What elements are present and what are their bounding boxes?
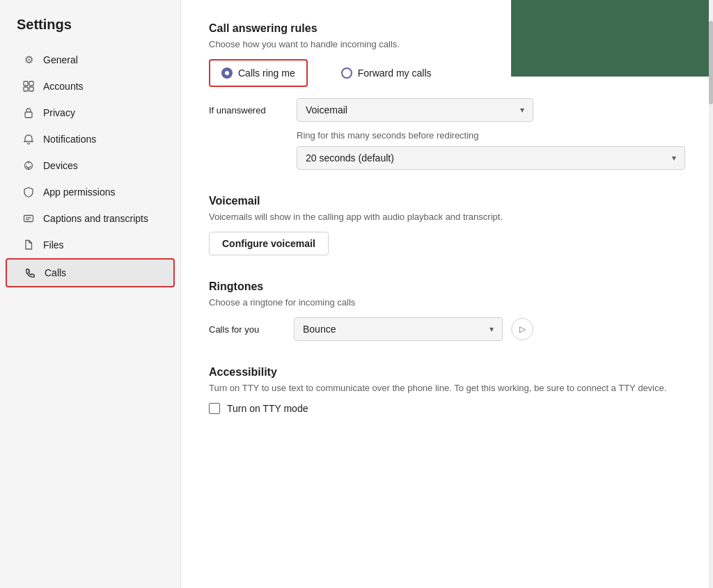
ringtones-title: Ringtones bbox=[209, 280, 685, 293]
radio-label-forward: Forward my calls bbox=[358, 67, 432, 79]
call-answering-radio-group: Calls ring me Forward my calls bbox=[209, 59, 685, 87]
svg-rect-2 bbox=[24, 87, 28, 91]
accessibility-desc: Turn on TTY to use text to communicate o… bbox=[209, 383, 685, 393]
if-unanswered-dropdown[interactable]: Voicemail ▾ bbox=[297, 98, 533, 122]
ring-seconds-label: Ring for this many seconds before redire… bbox=[297, 130, 685, 141]
general-icon: ⚙ bbox=[22, 54, 35, 66]
play-ringtone-button[interactable]: ▷ bbox=[511, 318, 533, 340]
sidebar-item-app-permissions[interactable]: App permissions bbox=[6, 179, 175, 205]
call-answering-rules-section: Call answering rules Choose how you want… bbox=[209, 22, 685, 170]
call-answering-rules-title: Call answering rules bbox=[209, 22, 685, 35]
accounts-icon bbox=[22, 80, 35, 93]
scrollbar-thumb[interactable] bbox=[709, 21, 713, 104]
devices-icon bbox=[22, 159, 35, 172]
radio-calls-ring-me[interactable]: Calls ring me bbox=[209, 59, 308, 87]
files-icon bbox=[22, 239, 35, 251]
svg-rect-3 bbox=[29, 87, 33, 91]
privacy-icon bbox=[22, 106, 35, 119]
sidebar-item-devices[interactable]: Devices bbox=[6, 152, 175, 179]
voicemail-title: Voicemail bbox=[209, 195, 685, 207]
sidebar-item-notifications[interactable]: Notifications bbox=[6, 126, 175, 152]
sidebar-item-files[interactable]: Files bbox=[6, 232, 175, 258]
tty-checkbox[interactable] bbox=[209, 403, 220, 414]
radio-label-ring-me: Calls ring me bbox=[238, 67, 295, 79]
sidebar-item-label: Accounts bbox=[43, 81, 84, 92]
svg-rect-4 bbox=[25, 112, 32, 118]
sidebar-item-label: Calls bbox=[45, 267, 66, 278]
chevron-down-icon-3: ▾ bbox=[489, 324, 494, 334]
captions-icon bbox=[22, 212, 35, 225]
tty-checkbox-row: Turn on TTY mode bbox=[209, 403, 685, 414]
sidebar-item-calls[interactable]: Calls bbox=[6, 258, 175, 287]
sidebar-item-label: General bbox=[43, 54, 78, 65]
voicemail-section: Voicemail Voicemails will show in the ca… bbox=[209, 195, 685, 255]
app-permissions-icon bbox=[22, 186, 35, 198]
sidebar-item-label: Captions and transcripts bbox=[43, 213, 148, 224]
play-icon: ▷ bbox=[519, 324, 526, 334]
if-unanswered-row: If unanswered Voicemail ▾ bbox=[209, 98, 685, 122]
ringtone-dropdown[interactable]: Bounce ▾ bbox=[294, 317, 503, 341]
ringtones-section: Ringtones Choose a ringtone for incoming… bbox=[209, 280, 685, 341]
chevron-down-icon-2: ▾ bbox=[672, 153, 676, 163]
chevron-down-icon: ▾ bbox=[520, 105, 524, 115]
sidebar-item-label: Privacy bbox=[43, 107, 75, 118]
svg-rect-8 bbox=[24, 216, 33, 222]
ring-seconds-value: 20 seconds (default) bbox=[306, 152, 394, 164]
sidebar-item-label: Devices bbox=[43, 160, 78, 171]
if-unanswered-value: Voicemail bbox=[306, 104, 347, 116]
calls-icon bbox=[24, 267, 36, 279]
call-answering-rules-desc: Choose how you want to handle incoming c… bbox=[209, 39, 685, 49]
notifications-icon bbox=[22, 133, 35, 145]
ringtone-row: Calls for you Bounce ▾ ▷ bbox=[209, 317, 685, 341]
ringtones-desc: Choose a ringtone for incoming calls bbox=[209, 297, 685, 308]
radio-circle-ring-me bbox=[221, 67, 233, 79]
sidebar-item-general[interactable]: ⚙ General bbox=[6, 47, 175, 73]
accessibility-title: Accessibility bbox=[209, 366, 685, 379]
sidebar-item-captions[interactable]: Captions and transcripts bbox=[6, 205, 175, 232]
radio-forward-calls[interactable]: Forward my calls bbox=[330, 61, 443, 86]
sidebar-item-privacy[interactable]: Privacy bbox=[6, 100, 175, 126]
accessibility-section: Accessibility Turn on TTY to use text to… bbox=[209, 366, 685, 414]
voicemail-desc: Voicemails will show in the calling app … bbox=[209, 212, 685, 222]
sidebar-item-label: Files bbox=[43, 239, 64, 251]
configure-voicemail-button[interactable]: Configure voicemail bbox=[209, 232, 329, 255]
main-content: Call answering rules Choose how you want… bbox=[181, 0, 713, 588]
sidebar: Settings ⚙ General Accounts Privacy Noti… bbox=[0, 0, 181, 588]
sidebar-item-label: Notifications bbox=[43, 134, 96, 145]
calls-for-you-label: Calls for you bbox=[209, 324, 285, 335]
if-unanswered-label: If unanswered bbox=[209, 105, 285, 116]
svg-rect-0 bbox=[24, 81, 28, 86]
scrollbar-track[interactable] bbox=[709, 0, 713, 588]
tty-label: Turn on TTY mode bbox=[227, 403, 308, 414]
app-title: Settings bbox=[0, 17, 180, 47]
ring-seconds-dropdown[interactable]: 20 seconds (default) ▾ bbox=[297, 146, 685, 170]
ringtone-value: Bounce bbox=[303, 324, 336, 335]
svg-rect-1 bbox=[29, 81, 33, 86]
radio-circle-forward bbox=[341, 67, 352, 79]
sidebar-item-label: App permissions bbox=[43, 186, 116, 198]
sidebar-item-accounts[interactable]: Accounts bbox=[6, 73, 175, 100]
